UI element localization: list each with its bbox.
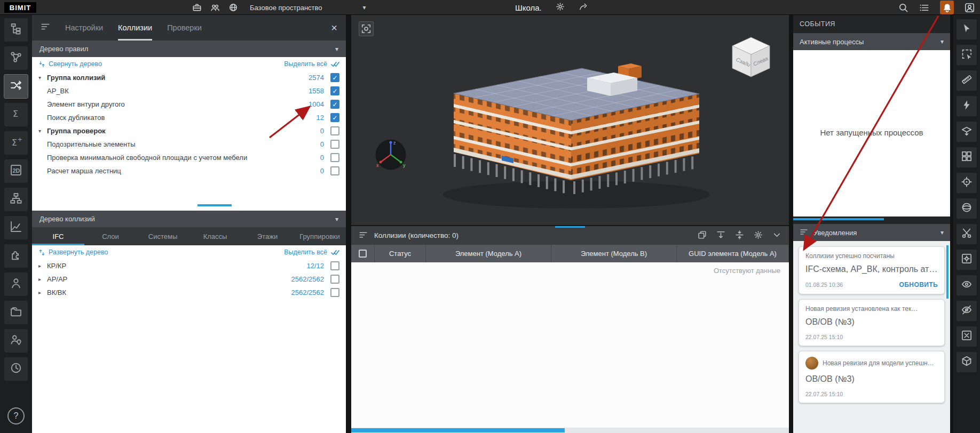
- expander-icon[interactable]: ▾: [38, 75, 47, 81]
- tree-row[interactable]: Расчет марша лестниц0: [32, 164, 346, 178]
- tree-row-checkbox[interactable]: [330, 153, 339, 162]
- notification-card[interactable]: Новая ревизия установлена как тек…ОВ/ОВ …: [799, 299, 945, 346]
- section-plane-tool[interactable]: [957, 122, 977, 142]
- tree-row[interactable]: Подозрительные элементы0: [32, 138, 346, 151]
- list-icon[interactable]: [919, 3, 929, 13]
- tree-tab-группировки[interactable]: Группировки: [294, 227, 346, 245]
- tree-row-checkbox[interactable]: ✓: [330, 73, 339, 82]
- tree-row-checkbox[interactable]: [330, 166, 339, 175]
- settings-icon[interactable]: [754, 230, 763, 241]
- notification-card[interactable]: Новая ревизия для модели успешн…ОВ/ОВ (№…: [799, 351, 945, 403]
- show-tool[interactable]: [957, 275, 977, 295]
- area-select-tool[interactable]: [957, 45, 977, 65]
- isolate-tool[interactable]: [957, 352, 977, 372]
- tree-row-checkbox[interactable]: [330, 288, 339, 297]
- relations-tool[interactable]: [4, 46, 28, 70]
- tree-row[interactable]: ▾Группа проверок0: [32, 124, 346, 138]
- tree-row-checkbox[interactable]: [330, 140, 339, 149]
- plugins-tool[interactable]: [4, 244, 28, 268]
- tree-row[interactable]: ▸АР/АР2562/2562: [32, 272, 346, 286]
- navigation-cube[interactable]: Сзади Слева: [728, 34, 774, 83]
- column-header[interactable]: GUID элемента (Модель A): [677, 245, 789, 262]
- ruler-tool[interactable]: [957, 70, 977, 91]
- expander-icon[interactable]: ▸: [38, 290, 47, 295]
- select-tool[interactable]: [957, 19, 977, 39]
- tree-row-checkbox[interactable]: ✓: [330, 86, 339, 95]
- tree-row-checkbox[interactable]: [330, 261, 339, 270]
- tree-row[interactable]: ▸ВК/ВК2562/2562: [32, 286, 346, 299]
- select-all-checkbox[interactable]: [359, 250, 367, 258]
- tab-коллизии[interactable]: Коллизии: [118, 15, 152, 41]
- notifications-bell-icon[interactable]: [940, 1, 954, 14]
- viewport-3d[interactable]: z x y Сзади Слева: [351, 15, 789, 225]
- view-2d-tool[interactable]: 2D: [4, 159, 28, 183]
- column-header[interactable]: Элемент (Модель A): [426, 245, 551, 262]
- column-header[interactable]: Статус: [375, 245, 426, 262]
- close-panel-icon[interactable]: ×: [331, 22, 337, 34]
- analytics-tool[interactable]: [4, 216, 28, 239]
- notifications-menu-icon[interactable]: [800, 228, 808, 238]
- tree-row[interactable]: ▸КР/КР12/12: [32, 259, 346, 272]
- collision-tree-caret-icon[interactable]: ▾: [335, 215, 338, 223]
- rules-tree-header[interactable]: Дерево правил ▾: [32, 41, 346, 57]
- tree-row-checkbox[interactable]: [330, 126, 339, 135]
- tree-row[interactable]: Поиск дубликатов12✓: [32, 111, 346, 124]
- tree-tab-этажи[interactable]: Этажи: [241, 227, 294, 245]
- collapse-tree-link[interactable]: Свернуть дерево: [38, 60, 102, 68]
- projects-tool[interactable]: [4, 301, 28, 324]
- expander-icon[interactable]: ▸: [38, 276, 47, 282]
- fit-center-icon[interactable]: [735, 230, 744, 241]
- cascade-icon[interactable]: [698, 230, 707, 241]
- tree-row-checkbox[interactable]: [330, 275, 339, 284]
- notifications-header[interactable]: Уведомления ▾: [793, 224, 950, 241]
- fit-top-icon[interactable]: [716, 230, 725, 241]
- search-icon[interactable]: [898, 3, 908, 13]
- account-icon[interactable]: [965, 3, 975, 13]
- expander-icon[interactable]: ▸: [38, 263, 47, 269]
- sum-tool[interactable]: Σ: [4, 103, 28, 126]
- section-cut-tool[interactable]: [957, 224, 977, 244]
- tree-row-checkbox[interactable]: ✓: [330, 100, 339, 109]
- workspace-switcher[interactable]: Базовое пространство ▾: [192, 0, 366, 15]
- tree-row[interactable]: АР_ВК1558✓: [32, 84, 346, 98]
- hierarchy-tool[interactable]: [4, 188, 28, 211]
- table-resize-hint[interactable]: [555, 226, 585, 228]
- clash-detection-tool[interactable]: [4, 75, 28, 98]
- select-all-collisions-link[interactable]: Выделить всё: [284, 248, 339, 256]
- sum-plus-tool[interactable]: Σ+: [4, 131, 28, 155]
- notification-card[interactable]: Коллизии успешно посчитаныIFC-схема, АР_…: [799, 246, 945, 294]
- active-processes-caret-icon[interactable]: ▾: [941, 38, 944, 45]
- active-processes-header[interactable]: Активные процессы ▾: [793, 33, 950, 50]
- panel-menu-icon[interactable]: [41, 22, 50, 34]
- collision-tree-header[interactable]: Дерево коллизий ▾: [32, 211, 346, 227]
- column-header[interactable]: Элемент (Модель B): [551, 245, 677, 262]
- tab-проверки[interactable]: Проверки: [167, 15, 202, 41]
- staff-tool[interactable]: [4, 329, 28, 352]
- tree-tab-слои[interactable]: Слои: [84, 227, 137, 245]
- collapse-icon[interactable]: [772, 230, 781, 241]
- workspace-caret-icon[interactable]: ▾: [363, 4, 366, 11]
- settings-gear-icon[interactable]: [556, 2, 565, 13]
- notifications-caret-icon[interactable]: ▾: [941, 229, 944, 236]
- focus-tool[interactable]: [957, 173, 977, 193]
- tree-row-checkbox[interactable]: ✓: [330, 113, 339, 122]
- rules-scroll-hint[interactable]: [197, 204, 232, 206]
- table-h-scrollbar-thumb[interactable]: [351, 428, 565, 432]
- rules-tree-caret-icon[interactable]: ▾: [335, 45, 338, 53]
- refresh-button[interactable]: ОБНОВИТЬ: [899, 281, 938, 288]
- team-tool[interactable]: [4, 272, 28, 296]
- expander-icon[interactable]: ▾: [38, 128, 47, 134]
- hide-tool[interactable]: [957, 301, 977, 321]
- tree-tab-ifc[interactable]: IFC: [32, 227, 84, 245]
- tree-row[interactable]: Проверка минимальной свободной площади с…: [32, 151, 346, 164]
- share-icon[interactable]: [579, 2, 588, 13]
- tree-row[interactable]: Элемент внтури другого1004✓: [32, 98, 346, 111]
- settings-box-tool[interactable]: [957, 250, 977, 270]
- viewport-expand-icon[interactable]: [359, 21, 374, 36]
- journal-tool[interactable]: [4, 357, 28, 381]
- help-button[interactable]: ?: [7, 407, 25, 424]
- tree-row[interactable]: ▾Группа коллизий2574✓: [32, 71, 346, 84]
- remove-box-tool[interactable]: [957, 326, 977, 347]
- tab-настройки[interactable]: Настройки: [65, 15, 103, 41]
- tree-tab-системы[interactable]: Системы: [137, 227, 189, 245]
